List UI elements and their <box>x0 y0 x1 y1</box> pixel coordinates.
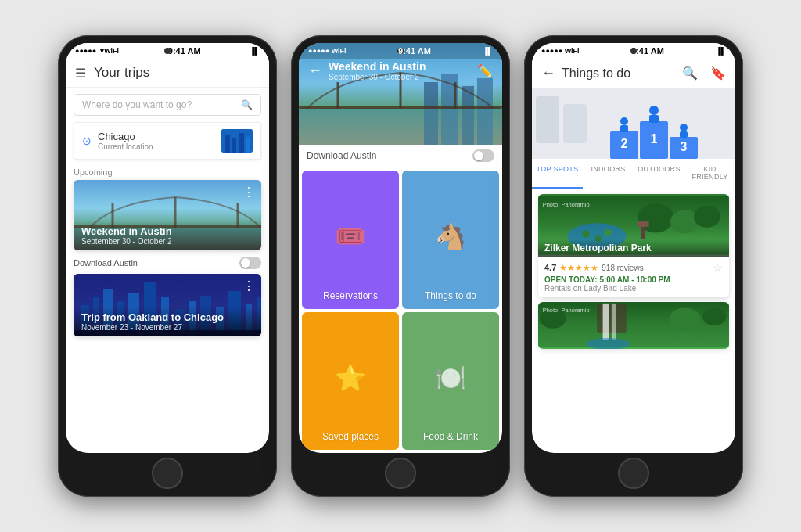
page-title-3: Things to do <box>562 66 676 81</box>
search-bar[interactable]: Where do you want to go? 🔍 <box>74 94 261 116</box>
menu-icon[interactable]: ☰ <box>75 66 86 81</box>
place-description: Rentals on Lady Bird Lake <box>544 284 723 293</box>
status-time: 9:41 AM <box>168 46 201 56</box>
svg-point-69 <box>669 307 701 331</box>
location-name: Chicago <box>98 131 153 142</box>
bookmark-icon-3[interactable]: 🔖 <box>710 66 726 81</box>
tab-top-spots[interactable]: TOP SPOTS <box>532 159 583 189</box>
waterfall-image: Photo: Panoramio <box>538 302 729 349</box>
p3-tabs: TOP SPOTS INDOORS OUTDOORS KID FRIENDLY <box>532 159 735 189</box>
trip-card-chicago[interactable]: Trip from Oakland to Chicago November 23… <box>74 274 261 336</box>
svg-rect-65 <box>603 304 609 340</box>
grid-cell-things[interactable]: 🐴 Things to do <box>402 171 499 309</box>
svg-rect-66 <box>612 304 616 340</box>
location-info: Chicago Current location <box>98 131 153 151</box>
p3-hero: 2 1 3 <box>532 88 735 159</box>
svg-text:1: 1 <box>651 132 658 146</box>
svg-point-59 <box>694 206 720 228</box>
back-arrow-3[interactable]: ← <box>541 65 555 81</box>
svg-text:Photo: Panoramio: Photo: Panoramio <box>543 307 590 314</box>
p2-download-label: Download Austin <box>307 150 376 161</box>
download-austin-row: Download Austin <box>74 257 261 269</box>
edit-icon[interactable]: ✏️ <box>477 63 493 78</box>
trip-dates-2: November 23 - November 27 <box>81 323 253 332</box>
p3-header: ← Things to do 🔍 🔖 <box>532 59 735 88</box>
svg-text:3: 3 <box>681 140 688 153</box>
section-upcoming-label: Upcoming <box>66 164 269 180</box>
search-icon: 🔍 <box>241 99 253 110</box>
back-arrow-icon[interactable]: ← <box>308 63 322 79</box>
svg-rect-1 <box>225 135 230 153</box>
home-button-3[interactable] <box>618 458 649 489</box>
search-placeholder: Where do you want to go? <box>82 99 192 110</box>
trip-menu-icon-2[interactable]: ⋮ <box>242 279 255 293</box>
p2-download-toggle[interactable] <box>472 149 494 162</box>
svg-point-54 <box>582 231 589 238</box>
zilker-name-overlay: Zilker Metropolitan Park <box>538 239 729 257</box>
status-bar-3: ●●●●● WiFi 9:41 AM ▐▌ <box>532 43 735 59</box>
signal-icons: ●●●●● ▾WiFi <box>75 47 119 55</box>
rating-row: 4.7 ★★★★★ 918 reviews ☆ <box>544 261 723 274</box>
p2-download-row: Download Austin <box>299 145 502 167</box>
trip-title-p2: Weekend in Austin <box>329 60 477 73</box>
battery-2: ▐▌ <box>483 47 493 55</box>
svg-rect-2 <box>232 138 236 153</box>
trip-overlay: Weekend in Austin September 30 - October… <box>74 221 261 250</box>
tab-indoors[interactable]: INDOORS <box>583 159 634 189</box>
star-icons: ★★★★★ <box>559 263 598 273</box>
trip-title-2: Trip from Oakland to Chicago <box>81 311 253 323</box>
search-icon-3[interactable]: 🔍 <box>682 66 698 81</box>
battery-icon: ▐▌ <box>250 47 260 55</box>
tab-outdoors[interactable]: OUTDOORS <box>634 159 684 189</box>
place-card-waterfall[interactable]: Photo: Panoramio <box>538 302 729 349</box>
svg-rect-61 <box>638 221 649 227</box>
phone-1: ●●●●● ▾WiFi 9:41 AM ▐▌ ☰ Your trips Wher… <box>58 35 277 497</box>
signal-2: ●●●●● WiFi <box>308 47 347 55</box>
battery-3: ▐▌ <box>716 47 726 55</box>
download-label: Download Austin <box>74 258 138 268</box>
download-toggle[interactable] <box>239 257 261 269</box>
zilker-image: Photo: Panoramio Zilker Metropolitan Par… <box>538 194 729 257</box>
trip-menu-icon[interactable]: ⋮ <box>242 185 255 200</box>
trip-dates-p2: September 30 - October 2 <box>329 73 477 81</box>
svg-point-56 <box>604 229 611 236</box>
location-thumbnail <box>221 129 253 153</box>
trip-overlay-2: Trip from Oakland to Chicago November 23… <box>74 307 261 336</box>
phone-3-screen: ●●●●● WiFi 9:41 AM ▐▌ ← Things to do 🔍 🔖… <box>532 43 735 453</box>
tab-kid-friendly[interactable]: KID FRIENDLY <box>684 159 735 189</box>
svg-rect-39 <box>563 104 587 143</box>
grid-cell-food[interactable]: 🍽️ Food & Drink <box>402 312 499 451</box>
svg-text:Photo: Panoramio: Photo: Panoramio <box>543 201 590 208</box>
trip-card-austin[interactable]: Weekend in Austin September 30 - October… <box>74 180 261 250</box>
bookmark-icon[interactable]: ☆ <box>713 261 723 274</box>
svg-rect-64 <box>597 304 627 333</box>
reservations-label: Reservations <box>323 290 378 301</box>
trip-dates-1: September 30 - October 2 <box>81 237 253 246</box>
signal-dots: ●●●●● <box>75 47 96 55</box>
p2-feature-grid: 🎟️ Reservations 🐴 Things to do ⭐ Saved p… <box>299 167 502 453</box>
food-icon: 🍽️ <box>435 363 466 393</box>
status-bar-1: ●●●●● ▾WiFi 9:41 AM ▐▌ <box>66 43 269 59</box>
grid-cell-reservations[interactable]: 🎟️ Reservations <box>302 171 399 309</box>
status-time-3: 9:41 AM <box>631 46 664 56</box>
home-button-1[interactable] <box>152 458 183 489</box>
svg-rect-3 <box>239 133 244 153</box>
reservations-icon: 🎟️ <box>335 221 366 251</box>
grid-cell-saved[interactable]: ⭐ Saved places <box>302 312 399 451</box>
phone-2: ●●●●● WiFi 9:41 AM ▐▌ <box>291 35 510 497</box>
review-count: 918 reviews <box>602 264 643 272</box>
svg-rect-51 <box>680 131 688 138</box>
phone-3: ●●●●● WiFi 9:41 AM ▐▌ ← Things to do 🔍 🔖… <box>524 35 743 497</box>
svg-point-48 <box>620 117 628 125</box>
rating-number: 4.7 <box>544 263 556 272</box>
svg-rect-38 <box>536 96 559 143</box>
trip-title-1: Weekend in Austin <box>81 225 253 237</box>
svg-point-46 <box>649 106 659 115</box>
place-card-zilker[interactable]: Photo: Panoramio Zilker Metropolitan Par… <box>538 194 729 297</box>
svg-rect-4 <box>246 137 250 153</box>
svg-point-70 <box>702 307 726 325</box>
home-button-2[interactable] <box>385 458 416 489</box>
current-location-card[interactable]: ⊙ Chicago Current location <box>74 122 261 160</box>
status-bar-2: ●●●●● WiFi 9:41 AM ▐▌ <box>299 43 502 59</box>
location-pin-icon: ⊙ <box>82 135 92 147</box>
